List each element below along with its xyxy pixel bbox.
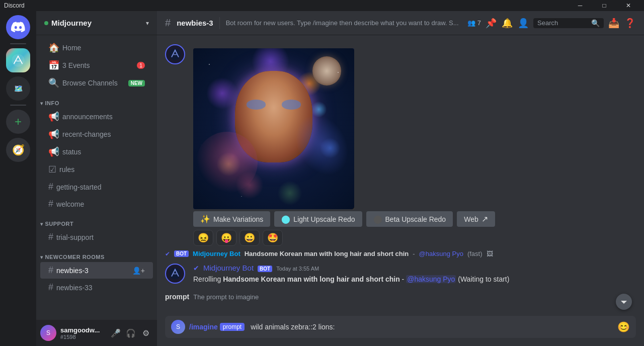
chat-image-container <box>193 48 636 209</box>
channel-newbies-33[interactable]: # newbies-33 <box>40 279 153 296</box>
channel-topic: Bot room for new users. Type /imagine th… <box>226 19 461 27</box>
reaction-star-eyes[interactable]: 🤩 <box>263 230 283 246</box>
trial-label: trial-support <box>56 233 145 241</box>
prompt-hint-row: prompt The prompt to imagine <box>157 292 644 301</box>
channel-rules[interactable]: ☑ rules <box>40 161 153 178</box>
message-input[interactable] <box>247 318 617 336</box>
bot-avatar-2 <box>165 264 185 284</box>
search-box[interactable]: 🔍 <box>533 18 604 28</box>
discord-home-button[interactable] <box>6 15 30 39</box>
add-server-button[interactable]: + <box>6 110 30 134</box>
getting-started-label: getting-started <box>56 183 145 191</box>
reaction-angry[interactable]: 😖 <box>193 230 213 246</box>
category-newcomer[interactable]: ▾ NEWCOMER ROOMS <box>36 246 157 262</box>
channel-welcome[interactable]: # welcome <box>40 196 153 212</box>
explore-servers-button[interactable]: 🧭 <box>6 138 30 162</box>
channel-hash-icon: # <box>165 17 171 29</box>
verified-checkmark-icon: ✔ <box>165 250 170 257</box>
scroll-to-bottom-button[interactable] <box>616 294 632 310</box>
user-controls: 🎤 🎧 ⚙ <box>109 326 153 340</box>
category-info[interactable]: ▾ INFO <box>36 92 157 108</box>
mention-inline: @haksung Pyo <box>419 250 463 257</box>
reaction-tongue[interactable]: 😛 <box>216 230 236 246</box>
variations-icon: ✨ <box>200 214 210 224</box>
reactions: 😖 😛 😀 🤩 <box>193 230 636 246</box>
prompt-keyword: prompt <box>165 293 189 301</box>
server-chevron-icon: ▾ <box>146 20 149 27</box>
server-icon-midjourney[interactable] <box>6 48 30 72</box>
user-avatar-initial: S <box>46 329 50 336</box>
pin-button[interactable]: 📌 <box>485 17 497 29</box>
chat-image[interactable] <box>193 48 354 209</box>
members-icon: 👥 <box>467 19 475 27</box>
beta-upscale-icon: ⬤ <box>373 214 382 224</box>
light-upscale-redo-button[interactable]: ⬤ Light Upscale Redo <box>274 211 362 227</box>
welcome-label: welcome <box>56 200 145 208</box>
beta-upscale-redo-button[interactable]: ⬤ Beta Upscale Redo <box>366 211 453 227</box>
make-variations-button[interactable]: ✨ Make Variations <box>193 211 270 227</box>
search-input[interactable] <box>537 19 589 27</box>
maximize-button[interactable]: □ <box>593 0 616 11</box>
web-label: Web <box>464 215 478 223</box>
status-icon: 📢 <box>48 146 59 157</box>
category-info-label: INFO <box>45 100 59 106</box>
new-badge: NEW <box>128 80 145 86</box>
notification-bell-button[interactable]: 🔔 <box>501 17 513 29</box>
reroll-prompt-bold: Handsome Korean man with long hair and s… <box>223 275 400 283</box>
titlebar: Discord ─ □ ✕ <box>0 0 644 11</box>
search-icon: 🔍 <box>591 19 600 27</box>
members-list-button[interactable]: 👤 <box>517 17 529 29</box>
emoji-button[interactable]: 😊 <box>617 321 630 333</box>
reroll-status: (Waiting to start) <box>458 275 509 283</box>
help-button[interactable]: ❓ <box>624 17 636 29</box>
close-button[interactable]: ✕ <box>617 0 640 11</box>
server-header[interactable]: Midjourney ▾ <box>36 11 157 35</box>
web-button[interactable]: Web ↗ <box>457 211 495 227</box>
newbies3-label: newbies-3 <box>56 267 129 275</box>
header-actions: 👥 7 📌 🔔 👤 🔍 📥 ❓ <box>467 17 636 29</box>
member-count: 👥 7 <box>467 19 481 27</box>
prompt-text-inline: Handsome Korean man with long hair and s… <box>245 250 409 257</box>
command-tag: prompt <box>220 323 245 331</box>
add-member-icon: 👤+ <box>132 267 145 275</box>
input-area: S /imagine prompt 😊 <box>157 316 644 346</box>
channel-getting-started[interactable]: # getting-started <box>40 179 153 195</box>
inbox-button[interactable]: 📥 <box>608 17 620 29</box>
channel-trial-support[interactable]: # trial-support <box>40 229 153 245</box>
server-separator-2 <box>10 105 26 106</box>
channel-header: # newbies-3 Bot room for new users. Type… <box>157 11 644 35</box>
sidebar-item-browse[interactable]: 🔍 Browse Channels NEW <box>40 74 153 92</box>
server-name: Midjourney <box>51 19 92 27</box>
server-separator <box>10 43 26 44</box>
bot-author-inline[interactable]: Midjourney Bot <box>193 250 240 257</box>
rules-icon: ☑ <box>48 164 56 175</box>
channel-list: 🏠 Home 📅 3 Events 1 🔍 Browse Channels NE… <box>36 35 157 320</box>
server-list: 🗺️ + 🧭 <box>0 11 36 346</box>
newbies33-icon: # <box>48 282 53 293</box>
member-count-value: 7 <box>477 19 481 27</box>
message-timestamp: Today at 3:55 AM <box>276 266 319 272</box>
newbies3-icon: # <box>48 265 53 276</box>
settings-button[interactable]: ⚙ <box>139 326 153 340</box>
titlebar-title: Discord <box>4 2 25 9</box>
sidebar-item-events[interactable]: 📅 3 Events 1 <box>40 57 153 74</box>
mute-button[interactable]: 🎤 <box>109 326 123 340</box>
message-header-rerolling: ✔ Midjourney Bot BOT Today at 3:55 AM <box>193 264 636 272</box>
minimize-button[interactable]: ─ <box>569 0 592 11</box>
channel-announcements[interactable]: 📢 announcements <box>40 108 153 125</box>
reaction-grin[interactable]: 😀 <box>239 230 260 246</box>
category-support[interactable]: ▾ SUPPORT <box>36 213 157 229</box>
rules-label: rules <box>59 165 145 174</box>
sidebar-item-home[interactable]: 🏠 Home <box>40 39 153 56</box>
input-box: S /imagine prompt 😊 <box>165 316 636 338</box>
deafen-button[interactable]: 🎧 <box>124 326 138 340</box>
channel-newbies-3[interactable]: # newbies-3 👤+ <box>40 262 153 279</box>
message-content-image: ✨ Make Variations ⬤ Light Upscale Redo ⬤… <box>193 44 636 246</box>
channel-status[interactable]: 📢 status <box>40 143 153 160</box>
getting-started-icon: # <box>48 182 53 192</box>
welcome-icon: # <box>48 199 53 209</box>
web-icon: ↗ <box>481 214 488 224</box>
channel-recent-changes[interactable]: 📢 recent-changes <box>40 126 153 143</box>
server-icon-other[interactable]: 🗺️ <box>6 76 30 101</box>
dash-inline: - <box>413 250 415 257</box>
